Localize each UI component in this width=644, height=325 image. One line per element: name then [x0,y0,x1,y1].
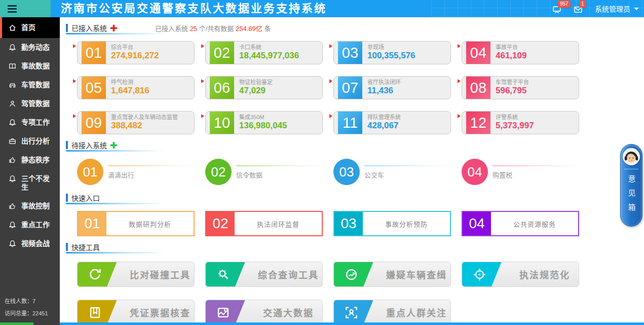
sidebar-item-static-order[interactable]: 静态秩序 [0,151,60,169]
sidebar-item-duty-status[interactable]: 勤务动态 [0,38,60,57]
notifications-button[interactable]: 957 [552,4,562,14]
red-plus-icon[interactable] [110,25,117,31]
quick-entry-data-analysis[interactable]: 01 数据研判分析 [77,211,195,236]
quick-label: 事故分析预防 [363,212,450,235]
card-value: 100,355,576 [367,51,415,61]
bell-icon [9,240,16,247]
pending-item-bus[interactable]: 03 公交车 [333,159,451,187]
section-underline [66,33,165,34]
sidebar-item-label: 驾管数据 [21,99,53,108]
online-count: 在线人数：7 [5,295,48,307]
pending-number: 02 [205,159,232,185]
user-name: 系统管理员 [595,4,630,14]
card-value: 596,795 [496,86,529,96]
card-value: 47,029 [239,86,273,96]
sidebar-item-travel-analysis[interactable]: 出行分析 [0,132,60,151]
map-pin-icon [206,300,257,322]
connected-systems-grid: 01 综合平台 274,916,272 02 卡口系统 18,445,977,0… [77,41,644,134]
quick-entry-accident-prevention[interactable]: 03 事故分析预防 [333,211,451,236]
sidebar-item-special-work[interactable]: 专项工作 [0,113,60,132]
card-value: 274,916,272 [111,51,159,61]
notifications-badge: 957 [558,1,571,8]
quick-number: 04 [463,212,491,235]
crosshair-icon [462,262,514,286]
recycle-icon [78,262,129,286]
tool-compare-collision[interactable]: 比对碰撞工具 [77,262,195,287]
user-menu[interactable]: 系统管理员 [595,4,639,14]
page-title: 济南市公安局交通警察支队大数据业务支持系统 [61,0,327,17]
quick-number: 02 [206,212,235,235]
connected-summary: 已接入系统 25 个/共有数据 254.89亿 条 [155,23,271,33]
pending-item-signal-data[interactable]: 02 信令数据 [205,159,323,187]
card-value: 136,980,045 [239,121,287,131]
system-card[interactable]: 09 重点驾驶人及车辆动态监管 388,482 [77,111,195,134]
police-avatar-icon [623,148,640,165]
tool-law-enforcement-standardization[interactable]: 执法规范化 [462,262,579,287]
tool-suspect-vehicle-pursuit[interactable]: 嫌疑车辆查缉 [333,262,451,287]
gauge-icon [334,262,386,286]
sidebar-item-label: 事故控制 [21,202,53,210]
section-header-quick: 快速入口 [66,192,644,203]
tool-comprehensive-query[interactable]: 综合查询工具 [205,262,323,287]
section-underline [66,252,165,254]
hamburger-icon [8,5,17,13]
card-number: 05 [82,77,106,99]
messages-button[interactable]: 1 [574,4,584,14]
tool-receipt-verification[interactable]: 凭证票据核查 [77,300,195,322]
card-number: 04 [466,42,490,64]
system-card[interactable]: 03 非现场 100,355,576 [333,41,451,64]
sidebar-item-label: 重点工作 [21,221,53,229]
quick-entry-public-resource[interactable]: 04 公共资源服务 [462,211,579,236]
system-card[interactable]: 02 卡口系统 18,445,977,036 [205,41,323,64]
system-card[interactable]: 12 评警系统 5,373,997 [462,111,579,134]
card-value: 388,482 [111,121,178,131]
quick-number: 01 [78,212,106,235]
sidebar-item-video-campaign[interactable]: 视频会战 [0,234,60,253]
sidebar-item-three-no-occurrence[interactable]: 三个不发生 [0,169,60,197]
top-bar: 济南市公安局交通警察支队大数据业务支持系统 957 1 系统管理员 [0,0,644,17]
bell-icon [9,44,16,51]
system-card[interactable]: 06 物证检验鉴定 47,029 [205,76,323,99]
sidebar-item-accident-data[interactable]: 事故数据 [0,57,60,76]
pending-label: 购置税 [493,170,579,179]
home-icon [9,24,16,31]
sidebar-item-driver-data[interactable]: 驾管数据 [0,94,60,113]
quick-label: 执法闭环监督 [235,212,322,235]
sidebar-item-vehicle-data[interactable]: 车管数据 [0,76,60,94]
pending-item-didi[interactable]: 01 滴滴出行 [77,159,195,187]
bell-icon [9,119,16,126]
suggestion-box-button[interactable]: 意见箱 [620,144,642,227]
bottom-strip [0,322,644,325]
section-accent-bar [66,243,68,251]
system-card[interactable]: 05 呼气检测 1,647,816 [77,76,195,99]
section-underline [66,150,165,152]
system-card[interactable]: 08 车驾管子平台 596,795 [462,76,579,99]
sidebar-item-key-work[interactable]: 重点工作 [0,215,60,234]
pending-systems-row: 01 滴滴出行 02 信令数据 03 公交车 04 购置税 [77,159,644,187]
card-number: 02 [210,42,234,64]
tool-key-groups-watch[interactable]: 重点人群关注 [333,300,451,322]
sidebar-item-label: 事故数据 [21,62,53,70]
sidebar-item-label: 勤务动态 [21,43,53,52]
sidebar-item-home[interactable]: 首页 [0,17,60,38]
system-card[interactable]: 04 事故平台 461,109 [462,41,579,64]
tool-traffic-big-data[interactable]: 交通大数据 [205,300,323,322]
gear-search-icon [206,262,257,286]
quick-entry-law-enforcement-loop[interactable]: 02 执法闭环监督 [205,211,323,236]
card-label: 物证检验鉴定 [239,79,273,86]
system-card[interactable]: 01 综合平台 274,916,272 [77,41,195,64]
pending-item-purchase-tax[interactable]: 04 购置税 [462,159,579,187]
sidebar-item-accident-control[interactable]: 事故控制 [0,197,60,215]
pending-label: 滴滴出行 [108,170,195,179]
green-plus-icon[interactable] [110,142,117,149]
section-title: 待接入系统 [71,140,107,150]
system-card[interactable]: 10 集成350M 136,980,045 [205,111,323,134]
card-value: 1,647,816 [111,86,149,96]
sidebar: 首页 勤务动态 事故数据 车管数据 驾管数据 专项工作 出行分析 静态秩序 [0,17,60,322]
thumbs-up-icon [9,156,16,164]
menu-toggle-button[interactable] [0,0,51,17]
system-card[interactable]: 07 省厅执法闭环 11,436 [333,76,451,99]
system-card[interactable]: 11 排队管理系统 428,067 [333,111,451,134]
sidebar-item-label: 首页 [21,23,53,32]
bell-icon [9,175,16,183]
